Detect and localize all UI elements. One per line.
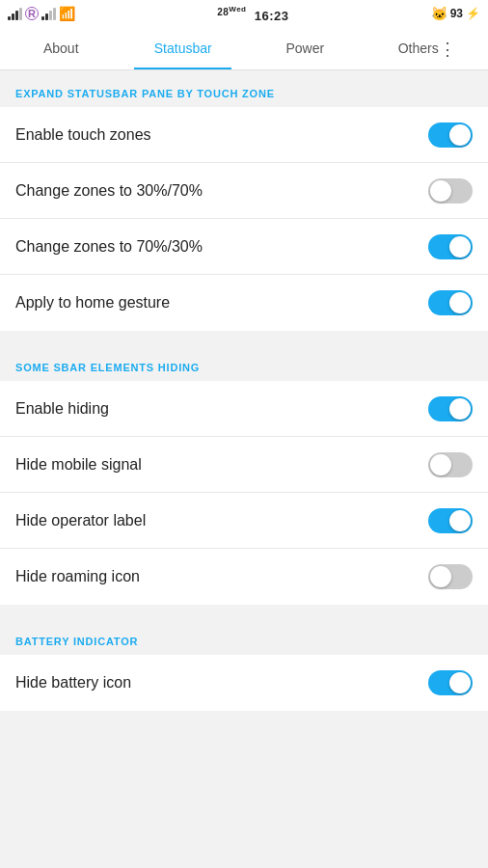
bar3 — [49, 11, 52, 20]
setting-label-enable-touch: Enable touch zones — [15, 126, 151, 144]
toggle-home-gesture[interactable] — [428, 290, 473, 315]
setting-zones-30-70: Change zones to 30%/70% — [0, 163, 488, 219]
bar4 — [53, 8, 56, 20]
setting-label-hide-battery-icon: Hide battery icon — [15, 674, 131, 692]
bar1 — [41, 16, 44, 20]
tab-others[interactable]: Others⋮ — [366, 27, 489, 69]
toggle-thumb — [449, 236, 471, 258]
toggle-enable-touch[interactable] — [428, 122, 473, 148]
setting-label-zones-70-30: Change zones to 70%/30% — [15, 238, 203, 256]
battery-percent: 93 — [450, 7, 463, 20]
status-clock: 16:23 — [255, 9, 289, 23]
section-header-battery: BATTERY INDICATOR — [0, 618, 488, 655]
toggle-thumb — [430, 180, 451, 202]
setting-hide-battery-icon: Hide battery icon — [0, 655, 488, 711]
more-icon: ⋮ — [439, 40, 456, 59]
bar1 — [8, 16, 11, 20]
status-left: R 📶 — [8, 6, 75, 21]
toggle-enable-hiding[interactable] — [428, 396, 473, 421]
bar2 — [12, 14, 14, 20]
r-icon: R — [25, 7, 39, 20]
toggle-hide-battery-icon[interactable] — [428, 670, 473, 695]
setting-hide-mobile-signal: Hide mobile signal — [0, 437, 488, 493]
setting-label-hide-operator: Hide operator label — [15, 512, 146, 529]
tab-statusbar[interactable]: Statusbar — [122, 27, 245, 69]
setting-label-zones-30-70: Change zones to 30%/70% — [15, 182, 203, 200]
status-date: 28Wed — [217, 7, 246, 17]
toggle-hide-operator[interactable] — [428, 508, 473, 533]
status-bar: R 📶 28Wed 16:23 🐱 93 ⚡ — [0, 0, 488, 27]
toggle-zones-30-70[interactable] — [428, 178, 473, 203]
tab-power[interactable]: Power — [244, 27, 366, 69]
status-time: 28Wed 16:23 — [217, 4, 288, 23]
toggle-thumb — [449, 510, 471, 531]
section-gap-2 — [0, 605, 488, 618]
settings-list-touch-zone: Enable touch zones Change zones to 30%/7… — [0, 107, 488, 331]
setting-label-hide-mobile-signal: Hide mobile signal — [15, 456, 142, 474]
setting-home-gesture: Apply to home gesture — [0, 275, 488, 331]
toggle-hide-mobile-signal[interactable] — [428, 452, 473, 477]
signal-bars-2 — [41, 7, 56, 20]
toggle-thumb — [430, 454, 451, 475]
setting-label-enable-hiding: Enable hiding — [15, 400, 109, 418]
bar2 — [45, 14, 48, 20]
setting-zones-70-30: Change zones to 70%/30% — [0, 219, 488, 275]
tab-bar: About Statusbar Power Others⋮ — [0, 27, 488, 70]
setting-enable-hiding: Enable hiding — [0, 381, 488, 437]
notification-icon: 🐱 — [431, 6, 447, 21]
status-right: 🐱 93 ⚡ — [431, 6, 480, 21]
setting-hide-operator: Hide operator label — [0, 493, 488, 549]
settings-list-hiding: Enable hiding Hide mobile signal Hide op… — [0, 381, 488, 605]
settings-list-battery: Hide battery icon — [0, 655, 488, 711]
toggle-thumb — [449, 398, 471, 420]
section-header-touch-zone: EXPAND STATUSBAR PANE BY TOUCH ZONE — [0, 70, 488, 107]
bar4 — [19, 8, 22, 20]
toggle-zones-70-30[interactable] — [428, 234, 473, 259]
setting-enable-touch: Enable touch zones — [0, 107, 488, 163]
bar3 — [15, 11, 18, 20]
toggle-thumb — [449, 124, 471, 146]
section-gap-1 — [0, 331, 488, 344]
section-header-hiding: SOME SBAR ELEMENTS HIDING — [0, 344, 488, 381]
toggle-hide-roaming[interactable] — [428, 564, 473, 589]
battery-charging-icon: ⚡ — [466, 7, 480, 20]
signal-bars-1 — [8, 7, 22, 20]
setting-label-home-gesture: Apply to home gesture — [15, 294, 170, 312]
setting-hide-roaming: Hide roaming icon — [0, 549, 488, 605]
tab-about[interactable]: About — [0, 27, 122, 69]
setting-label-hide-roaming: Hide roaming icon — [15, 568, 140, 585]
wifi-icon: 📶 — [59, 6, 75, 21]
